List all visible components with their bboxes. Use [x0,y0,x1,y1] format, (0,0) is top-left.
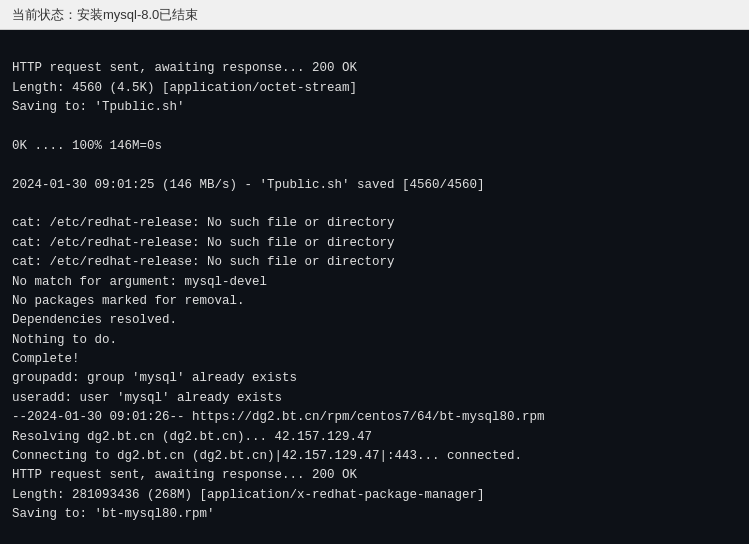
terminal-line: HTTP request sent, awaiting response... … [12,466,737,485]
terminal-line: cat: /etc/redhat-release: No such file o… [12,214,737,233]
terminal-line: --2024-01-30 09:01:26-- https://dg2.bt.c… [12,408,737,427]
terminal-line: cat: /etc/redhat-release: No such file o… [12,234,737,253]
terminal-line: useradd: user 'mysql' already exists [12,389,737,408]
terminal-line: Saving to: 'Tpublic.sh' [12,98,737,117]
terminal-output: HTTP request sent, awaiting response... … [0,30,749,544]
terminal-line: HTTP request sent, awaiting response... … [12,59,737,78]
terminal-line [12,524,737,543]
terminal-line: groupadd: group 'mysql' already exists [12,369,737,388]
terminal-line: Length: 281093436 (268M) [application/x-… [12,486,737,505]
terminal-line [12,118,737,137]
title-text: 当前状态：安装mysql-8.0已结束 [12,6,198,24]
terminal-line: cat: /etc/redhat-release: No such file o… [12,253,737,272]
terminal-line: Nothing to do. [12,331,737,350]
terminal-line: Connecting to dg2.bt.cn (dg2.bt.cn)|42.1… [12,447,737,466]
terminal-line [12,195,737,214]
terminal-line: Saving to: 'bt-mysql80.rpm' [12,505,737,524]
title-bar: 当前状态：安装mysql-8.0已结束 [0,0,749,30]
terminal-line: 2024-01-30 09:01:25 (146 MB/s) - 'Tpubli… [12,176,737,195]
terminal-line: No packages marked for removal. [12,292,737,311]
terminal-line: Length: 4560 (4.5K) [application/octet-s… [12,79,737,98]
terminal-line: Complete! [12,350,737,369]
terminal-line: No match for argument: mysql-devel [12,273,737,292]
terminal-line: 0K .... 100% 146M=0s [12,137,737,156]
terminal-line: Dependencies resolved. [12,311,737,330]
terminal-line: Resolving dg2.bt.cn (dg2.bt.cn)... 42.15… [12,428,737,447]
terminal-line [12,156,737,175]
